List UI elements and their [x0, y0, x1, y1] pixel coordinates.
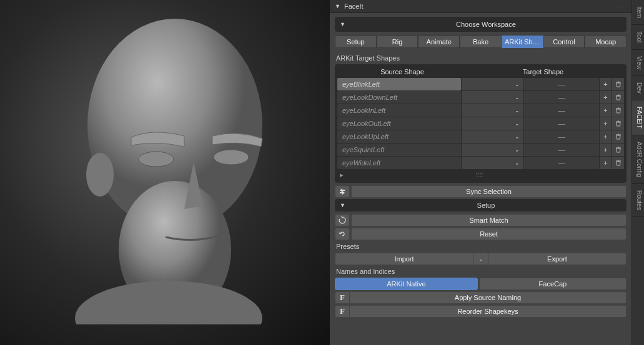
- side-tab-routes[interactable]: Routes: [632, 184, 644, 217]
- reorder-button[interactable]: Reorder Shapekeys: [350, 305, 627, 318]
- grip-icon[interactable]: ::::: [475, 171, 483, 179]
- expand-icon[interactable]: ▸: [340, 171, 344, 179]
- target-dropdown[interactable]: ⌄: [461, 157, 523, 169]
- reset-button[interactable]: Reset: [351, 228, 627, 240]
- delete-button[interactable]: [612, 143, 624, 156]
- tab-rig[interactable]: Rig: [377, 36, 419, 48]
- workspace-dropdown[interactable]: ▼ Choose Workspace: [335, 17, 627, 32]
- side-tab-faceit[interactable]: FACEIT: [632, 100, 644, 135]
- tab-mocap[interactable]: Mocap: [585, 36, 627, 48]
- target-header: Target Shape: [465, 68, 622, 75]
- workspace-tabs: SetupRigAnimateBakeARKit Shap…ControlMoc…: [335, 36, 627, 48]
- source-shape-name: eyeLookDownLeft: [337, 91, 461, 104]
- delete-button[interactable]: [612, 104, 624, 117]
- section-title: ARKit Target Shapes: [336, 54, 627, 62]
- add-button[interactable]: +: [599, 78, 612, 90]
- delete-button[interactable]: [612, 91, 624, 104]
- side-tab-dev[interactable]: Dev: [632, 76, 644, 100]
- target-empty: —: [523, 143, 599, 156]
- font-icon: F: [335, 291, 350, 304]
- add-button[interactable]: +: [599, 104, 612, 117]
- source-shape-name: eyeLookOutLeft: [337, 117, 461, 130]
- side-tab-addrconfig[interactable]: AddR Config: [632, 135, 644, 184]
- target-empty: —: [523, 91, 599, 104]
- svg-point-5: [75, 281, 262, 324]
- sync-selection-button[interactable]: Sync Selection: [351, 185, 627, 198]
- target-dropdown[interactable]: ⌄: [461, 104, 523, 117]
- target-empty: —: [523, 78, 599, 90]
- tab-setup[interactable]: Setup: [335, 36, 377, 48]
- target-dropdown[interactable]: ⌄: [461, 117, 523, 130]
- refresh-icon-button[interactable]: [335, 214, 350, 226]
- target-dropdown[interactable]: ⌄: [461, 130, 523, 143]
- shape-row[interactable]: eyeBlinkLeft⌄—+: [337, 78, 624, 90]
- source-shape-name: eyeSquintLeft: [337, 143, 461, 156]
- target-empty: —: [523, 117, 599, 130]
- sync-icon-button[interactable]: [335, 185, 350, 198]
- source-shape-name: eyeBlinkLeft: [337, 78, 461, 90]
- viewport-3d[interactable]: [0, 0, 330, 345]
- panel-header[interactable]: ▼ FaceIt ::::: [330, 0, 632, 13]
- side-tab-tool[interactable]: Tool: [632, 25, 644, 49]
- shape-row[interactable]: eyeLookOutLeft⌄—+: [337, 117, 624, 130]
- names-label: Names and Indices: [336, 268, 627, 275]
- source-shape-name: eyeLookInLeft: [337, 104, 461, 117]
- delete-button[interactable]: [612, 130, 624, 143]
- arkit-native-button[interactable]: ARKit Native: [335, 278, 478, 290]
- undo-icon-button[interactable]: [335, 228, 350, 240]
- add-button[interactable]: +: [599, 157, 612, 169]
- grip-icon[interactable]: ::::: [618, 4, 627, 9]
- shape-row[interactable]: eyeWideLeft⌄—+: [337, 157, 624, 169]
- font-icon: F: [335, 305, 350, 318]
- add-button[interactable]: +: [599, 91, 612, 104]
- tab-arkitshap[interactable]: ARKit Shap…: [502, 36, 543, 48]
- panel-title: FaceIt: [344, 2, 364, 10]
- target-dropdown[interactable]: ⌄: [461, 143, 523, 156]
- side-tab-view[interactable]: View: [632, 50, 644, 77]
- target-empty: —: [523, 157, 599, 169]
- target-dropdown[interactable]: ⌄: [461, 78, 523, 90]
- delete-button[interactable]: [612, 117, 624, 130]
- head-model: [50, 12, 287, 324]
- tab-bake[interactable]: Bake: [460, 36, 502, 48]
- source-header: Source Shape: [340, 68, 465, 75]
- add-button[interactable]: +: [599, 117, 612, 130]
- presets-label: Presets: [336, 243, 627, 250]
- export-button[interactable]: Export: [488, 253, 627, 265]
- shape-row[interactable]: eyeLookInLeft⌄—+: [337, 104, 624, 117]
- apply-naming-button[interactable]: Apply Source Naming: [350, 291, 627, 304]
- import-button[interactable]: Import: [335, 253, 473, 265]
- tab-control[interactable]: Control: [543, 36, 585, 48]
- shapes-list: Source Shape Target Shape eyeBlinkLeft⌄—…: [335, 64, 627, 183]
- delete-button[interactable]: [612, 157, 624, 169]
- source-shape-name: eyeLookUpLeft: [337, 130, 461, 143]
- target-empty: —: [523, 130, 599, 143]
- side-tab-item[interactable]: Item: [632, 0, 644, 25]
- target-dropdown[interactable]: ⌄: [461, 91, 523, 104]
- delete-button[interactable]: [612, 78, 624, 90]
- svg-point-3: [139, 152, 174, 167]
- svg-point-2: [86, 153, 114, 197]
- chevron-down-icon: ▼: [340, 21, 345, 27]
- chevron-down-icon: ▼: [340, 202, 345, 208]
- shape-row[interactable]: eyeLookUpLeft⌄—+: [337, 130, 624, 143]
- shape-row[interactable]: eyeLookDownLeft⌄—+: [337, 91, 624, 104]
- faceit-panel: ▼ FaceIt :::: ▼ Choose Workspace SetupRi…: [330, 0, 632, 345]
- tab-animate[interactable]: Animate: [418, 36, 460, 48]
- setup-section-header[interactable]: ▼ Setup: [335, 199, 627, 211]
- smart-match-button[interactable]: Smart Match: [351, 214, 627, 226]
- svg-point-4: [214, 150, 249, 165]
- shape-row[interactable]: eyeSquintLeft⌄—+: [337, 143, 624, 156]
- import-dropdown-icon[interactable]: ⌄: [473, 253, 488, 265]
- collapse-icon[interactable]: ▼: [335, 3, 340, 9]
- source-shape-name: eyeWideLeft: [337, 157, 461, 169]
- facecap-button[interactable]: FaceCap: [479, 278, 627, 290]
- add-button[interactable]: +: [599, 143, 612, 156]
- add-button[interactable]: +: [599, 130, 612, 143]
- target-empty: —: [523, 104, 599, 117]
- side-tabs: ItemToolViewDevFACEITAddR ConfigRoutes: [632, 0, 644, 345]
